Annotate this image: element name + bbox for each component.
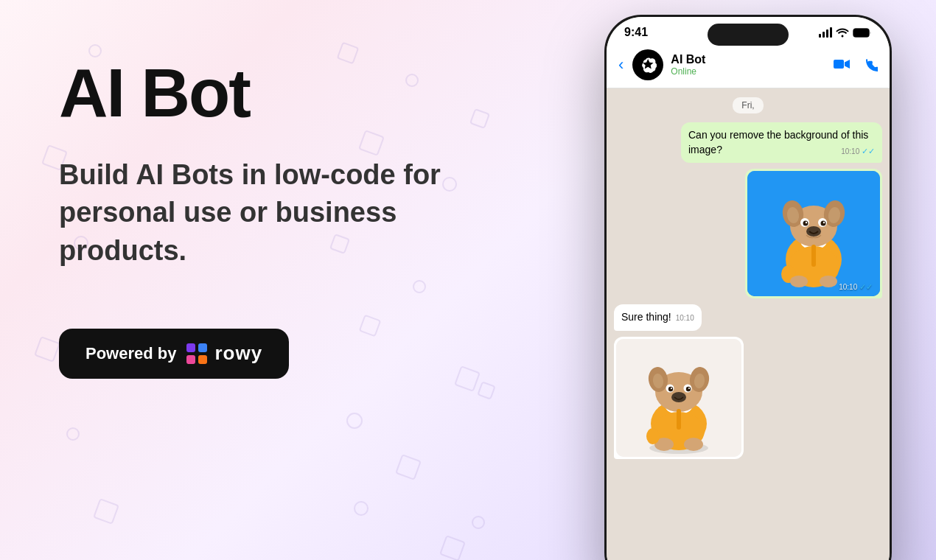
message-row-2: 10:10 ✓✓ xyxy=(614,169,882,298)
svg-point-40 xyxy=(671,388,672,389)
powered-by-label: Powered by xyxy=(85,344,176,363)
header-actions xyxy=(834,58,878,71)
svg-rect-2 xyxy=(186,355,195,364)
svg-point-47 xyxy=(646,428,660,444)
svg-point-25 xyxy=(790,276,808,287)
rowy-logo: rowy xyxy=(185,342,262,365)
bot-status: Online xyxy=(671,66,826,77)
sent-dog-image: 10:10 ✓✓ xyxy=(747,171,880,296)
svg-point-42 xyxy=(671,392,686,402)
date-badge: Fri, xyxy=(733,97,763,113)
sent-image-bubble: 10:10 ✓✓ xyxy=(745,169,882,298)
svg-point-38 xyxy=(668,387,673,391)
svg-rect-1 xyxy=(198,343,207,352)
svg-rect-44 xyxy=(677,409,681,430)
bot-info: AI Bot Online xyxy=(671,53,826,77)
message-row-3: Sure thing! 10:10 xyxy=(614,304,882,331)
openai-icon xyxy=(639,56,657,74)
svg-rect-23 xyxy=(811,245,816,267)
rowy-icon xyxy=(185,342,209,365)
dog-white-svg xyxy=(616,339,741,457)
powered-by-button[interactable]: Powered by rowy xyxy=(59,329,289,379)
message-row-1: Can you remove the background of this im… xyxy=(614,122,882,163)
dynamic-island xyxy=(708,24,789,46)
bot-avatar xyxy=(632,49,663,80)
dog-blue-svg xyxy=(747,171,880,296)
received-dog-image xyxy=(616,339,741,457)
svg-point-20 xyxy=(823,222,825,223)
svg-point-41 xyxy=(688,388,690,389)
phone-frame: 9:41 xyxy=(604,15,892,560)
svg-rect-3 xyxy=(198,355,207,364)
video-call-icon[interactable] xyxy=(834,58,850,70)
svg-rect-5 xyxy=(854,29,868,36)
chat-messages: Fri, Can you remove the background of th… xyxy=(607,88,890,560)
hero-subtitle: Build AI Bots in low-code for personal u… xyxy=(59,156,442,270)
received-time: 10:10 xyxy=(676,313,694,323)
hero-section: AI Bot Build AI Bots in low-code for per… xyxy=(59,59,501,379)
svg-rect-6 xyxy=(834,60,844,69)
received-bubble: Sure thing! 10:10 xyxy=(614,304,702,331)
svg-rect-0 xyxy=(186,343,195,352)
status-time: 9:41 xyxy=(624,26,648,39)
rowy-text: rowy xyxy=(214,342,262,365)
sent-bubble-1: Can you remove the background of this im… xyxy=(681,122,882,163)
received-image-bubble xyxy=(614,337,744,459)
sent-image-time: 10:10 ✓✓ xyxy=(839,282,873,292)
back-button[interactable]: ‹ xyxy=(618,55,624,74)
phone-call-icon[interactable] xyxy=(865,58,878,71)
wifi-icon xyxy=(836,27,849,38)
signal-icon xyxy=(819,27,832,38)
sent-time-1: 10:10 ✓✓ xyxy=(841,146,875,157)
svg-point-21 xyxy=(806,226,821,237)
received-text: Sure thing! xyxy=(621,311,671,323)
message-row-4 xyxy=(614,337,882,459)
chat-header: ‹ AI Bot Online xyxy=(607,43,890,88)
status-icons xyxy=(819,27,872,38)
page-title: AI Bot xyxy=(59,59,501,127)
svg-point-18 xyxy=(821,221,826,226)
phone-mockup: 9:41 xyxy=(604,15,892,560)
svg-point-26 xyxy=(820,276,837,287)
bot-name: AI Bot xyxy=(671,53,826,66)
svg-point-19 xyxy=(806,222,807,223)
svg-point-17 xyxy=(803,221,808,226)
svg-point-39 xyxy=(686,387,691,391)
svg-point-46 xyxy=(684,438,703,451)
phone-screen: 9:41 xyxy=(607,17,890,560)
battery-icon xyxy=(853,28,872,38)
